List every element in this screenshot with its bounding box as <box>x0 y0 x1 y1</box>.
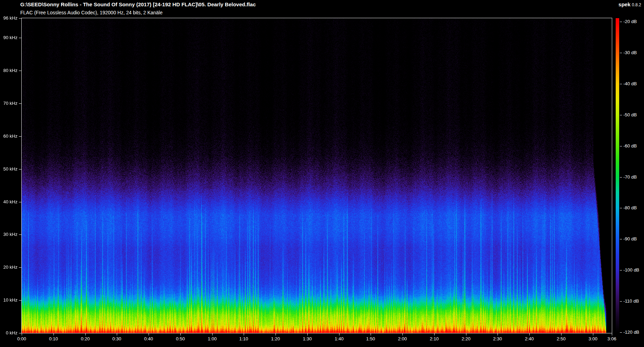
frequency-tick-label: 50 kHz <box>0 167 17 172</box>
db-tick <box>620 332 622 333</box>
db-colorbar <box>616 18 619 333</box>
frequency-tick-label: 70 kHz <box>0 101 17 106</box>
time-tick-label: 0:40 <box>137 336 160 341</box>
db-tick <box>620 239 622 239</box>
frequency-tick-label: 96 kHz <box>0 16 17 21</box>
db-tick-label: -50 dB <box>623 113 637 117</box>
spectrogram-canvas <box>22 18 612 333</box>
db-tick <box>620 22 622 22</box>
time-tick-label: 1:20 <box>264 336 287 341</box>
app-name-label: spek <box>618 1 630 7</box>
frequency-tick <box>19 103 21 104</box>
time-tick <box>180 333 181 335</box>
db-tick <box>620 53 622 53</box>
db-tick-label: -70 dB <box>623 175 637 180</box>
db-tick <box>620 270 622 270</box>
db-tick <box>620 115 622 115</box>
time-tick <box>529 333 530 335</box>
time-tick-label: 1:30 <box>296 336 319 341</box>
db-tick-label: -40 dB <box>623 81 637 86</box>
frequency-tick <box>19 234 21 235</box>
time-tick-label: 2:10 <box>423 336 445 341</box>
db-tick-label: -80 dB <box>623 205 637 210</box>
time-tick <box>307 333 308 335</box>
frequency-tick <box>19 169 21 169</box>
db-tick <box>620 208 622 208</box>
time-tick-label: 0:00 <box>10 336 33 341</box>
frequency-tick-label: 80 kHz <box>0 68 17 73</box>
db-tick-label: -30 dB <box>623 50 637 55</box>
time-tick <box>498 333 498 335</box>
time-tick-label: 2:20 <box>455 336 477 341</box>
db-tick <box>620 84 622 84</box>
time-tick <box>244 333 244 335</box>
db-tick-label: -100 dB <box>623 268 639 273</box>
time-tick-label: 0:10 <box>42 336 65 341</box>
time-tick <box>402 333 403 335</box>
frequency-tick <box>19 38 21 38</box>
frequency-tick-label: 90 kHz <box>0 35 17 40</box>
time-tick <box>53 333 54 335</box>
frequency-tick-label: 60 kHz <box>0 134 17 139</box>
frequency-tick-label: 20 kHz <box>0 265 17 270</box>
time-tick-label: 2:40 <box>518 336 541 341</box>
time-tick-label: 0:50 <box>169 336 192 341</box>
time-tick-label: 0:30 <box>106 336 128 341</box>
time-tick <box>85 333 86 335</box>
frequency-tick <box>19 267 21 268</box>
time-tick <box>593 333 593 335</box>
time-tick <box>212 333 213 335</box>
time-tick <box>561 333 561 335</box>
spek-window: G:\SEED\Sonny Rollins - The Sound Of Son… <box>0 0 644 347</box>
frequency-tick <box>19 18 21 19</box>
db-tick-label: -110 dB <box>623 299 639 304</box>
time-tick-label: 2:30 <box>486 336 509 341</box>
db-tick <box>620 177 622 178</box>
frequency-tick <box>19 333 21 333</box>
time-tick-label: 2:00 <box>391 336 414 341</box>
time-tick-label: 1:00 <box>201 336 223 341</box>
time-tick <box>339 333 339 335</box>
time-tick <box>22 333 22 335</box>
frequency-tick-label: 40 kHz <box>0 200 17 204</box>
time-tick <box>434 333 435 335</box>
format-info: FLAC (Free Lossless Audio Codec), 192000… <box>20 10 163 15</box>
frequency-tick <box>19 71 21 71</box>
frequency-tick-label: 0 kHz <box>0 331 17 335</box>
time-tick-label: 3:06 <box>601 336 623 341</box>
app-brand: spek0.8.2 <box>618 1 641 7</box>
time-tick-label: 1:10 <box>232 336 255 341</box>
db-tick-label: -20 dB <box>623 19 637 24</box>
frequency-tick-label: 30 kHz <box>0 232 17 237</box>
time-tick <box>612 333 612 335</box>
app-version-label: 0.8.2 <box>632 2 641 7</box>
time-tick-label: 1:40 <box>328 336 350 341</box>
frequency-tick-label: 10 kHz <box>0 298 17 303</box>
db-tick <box>620 301 622 302</box>
time-tick-label: 0:20 <box>74 336 96 341</box>
time-tick-label: 1:50 <box>359 336 382 341</box>
frequency-tick <box>19 202 21 202</box>
time-tick <box>276 333 276 335</box>
frequency-tick <box>19 300 21 301</box>
db-tick-label: -60 dB <box>623 144 637 149</box>
time-tick <box>149 333 149 335</box>
frequency-tick <box>19 136 21 137</box>
time-tick <box>117 333 117 335</box>
db-tick-label: -90 dB <box>623 237 637 241</box>
file-path-title: G:\SEED\Sonny Rollins - The Sound Of Son… <box>20 1 256 7</box>
time-tick-label: 2:50 <box>550 336 572 341</box>
db-tick-label: -120 dB <box>623 330 639 335</box>
time-tick <box>466 333 466 335</box>
time-tick <box>371 333 371 335</box>
db-tick <box>620 146 622 146</box>
spectrogram-plot-frame <box>21 18 612 333</box>
